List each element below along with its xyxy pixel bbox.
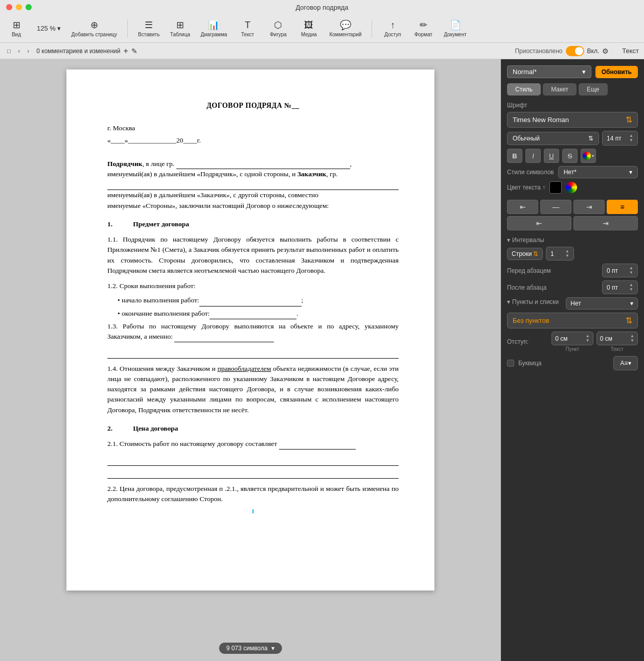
nav-back-btn[interactable]: ‹: [16, 46, 22, 56]
font-size-box[interactable]: 14 пт ▲ ▼: [602, 131, 638, 146]
comments-count-label: 0 комментариев и изменений: [36, 48, 120, 55]
doc-intro: Подрядчик, в лице гр. , именуемый(ая) в …: [107, 158, 399, 211]
before-stepper[interactable]: ▲ ▼: [629, 266, 633, 275]
toolbar-insert[interactable]: ☰ Вставить: [138, 19, 159, 37]
right-panel: Normal* ▾ Обновить Стиль Макет Еще Шрифт…: [501, 59, 644, 661]
font-size-stepper[interactable]: ▲ ▼: [629, 134, 633, 143]
toolbar-chart[interactable]: 📊 Диаграмма: [200, 19, 227, 37]
toolbar-comment[interactable]: 💬 Комментарий: [329, 19, 361, 37]
indent-text-label: Текст: [596, 346, 638, 352]
toggle-switch[interactable]: [566, 46, 584, 56]
minimize-button[interactable]: [16, 4, 22, 10]
window-title: Договор подряда: [295, 4, 348, 11]
toolbar-format[interactable]: ✏ Формат: [413, 19, 433, 37]
toolbar-zoom[interactable]: 125 % ▾ 125 %: [37, 25, 61, 32]
window-controls[interactable]: [6, 4, 32, 10]
cursor-indicator: [252, 509, 254, 513]
doc-area[interactable]: ДОГОВОР ПОДРЯДА №__ г. Москва «____»____…: [0, 59, 501, 661]
font-style-size-row: Обычный ⇅ 14 пт ▲ ▼: [507, 131, 638, 146]
intervals-section-label[interactable]: ▾ Интервалы: [507, 237, 638, 244]
format-icon: ✏: [420, 19, 427, 31]
after-para-label: После абзаца: [507, 284, 599, 291]
underline-btn[interactable]: U: [544, 149, 559, 163]
indent-punkt-stepper[interactable]: ▲ ▼: [586, 334, 590, 343]
after-stepper[interactable]: ▲ ▼: [629, 283, 633, 292]
bold-btn[interactable]: B: [507, 149, 522, 163]
align-right-btn[interactable]: ⇥: [573, 200, 605, 214]
align-center-btn[interactable]: —: [540, 200, 571, 214]
shape-icon: ⬡: [274, 19, 282, 31]
bullets-style-label: Без пунктов: [513, 317, 549, 324]
text-color-swatch[interactable]: [549, 181, 562, 194]
size-down-btn[interactable]: ▼: [629, 138, 633, 143]
before-para-value[interactable]: 0 пт ▲ ▼: [602, 264, 638, 277]
add-comment-btn[interactable]: +: [123, 46, 128, 56]
close-button[interactable]: [6, 4, 12, 10]
italic-btn[interactable]: I: [525, 149, 541, 163]
row-stepper[interactable]: ▲ ▼: [565, 249, 569, 258]
toolbar-add-page[interactable]: ⊕ Добавить страницу: [71, 19, 117, 37]
list-indent-btn[interactable]: ⇤: [507, 216, 571, 230]
indent-punkt-val[interactable]: 0 см ▲ ▼: [551, 332, 593, 345]
panel-tabs: Стиль Макет Еще: [507, 83, 638, 96]
word-count-text: 9 073 символа: [226, 645, 268, 652]
size-up-btn[interactable]: ▲: [629, 134, 633, 138]
format-buttons-row: B I U S ▾: [507, 149, 638, 163]
font-style-label: Обычный: [513, 135, 540, 142]
word-count-pill[interactable]: 9 073 символа ▾: [219, 643, 282, 654]
align-justify-btn[interactable]: ≡: [607, 200, 638, 214]
toolbar-table[interactable]: ⊞ Таблица: [170, 19, 190, 37]
bottom-status-bar[interactable]: 9 073 символа ▾: [219, 643, 282, 654]
toolbar-view[interactable]: ⊞ Вид: [6, 19, 27, 37]
text-color-circle[interactable]: [566, 182, 577, 193]
paused-label: Приостановлено: [515, 48, 562, 55]
doc-page[interactable]: ДОГОВОР ПОДРЯДА №__ г. Москва «____»____…: [66, 69, 434, 591]
maximize-button[interactable]: [26, 4, 32, 10]
tab-style[interactable]: Стиль: [507, 83, 541, 96]
nav-forward-btn[interactable]: ›: [25, 46, 31, 56]
zoom-icon: 125 % ▾: [37, 25, 61, 32]
after-para-value[interactable]: 0 пт ▲ ▼: [602, 280, 638, 294]
strikethrough-btn[interactable]: S: [562, 149, 578, 163]
indent-prefix-label: Отступ:: [507, 338, 548, 345]
style-selector-row: Normal* ▾ Обновить: [507, 65, 638, 78]
toolbar-document[interactable]: 📄 Документ: [444, 19, 466, 37]
bullets-style-dropdown[interactable]: Без пунктов ⇅: [507, 313, 638, 328]
doc-date: «____»______________20____г.: [107, 135, 399, 146]
share-icon: ↑: [390, 20, 395, 31]
more-btn[interactable]: ⚙: [602, 47, 609, 55]
style-dropdown[interactable]: Normal* ▾: [507, 65, 591, 78]
color-arrow: ▾: [592, 154, 594, 158]
edit-btn[interactable]: ✎: [131, 47, 137, 55]
dropcap-preview[interactable]: A≡ ▾: [613, 356, 638, 370]
tab-more[interactable]: Еще: [579, 83, 607, 96]
text-icon: T: [245, 20, 250, 31]
list-row: ⇤ ⇥: [507, 216, 638, 230]
list-outdent-btn[interactable]: ⇥: [573, 216, 638, 230]
indent-text-stepper[interactable]: ▲ ▼: [630, 334, 634, 343]
row-spacing-value[interactable]: 1 ▲ ▼: [546, 247, 574, 261]
bullets-none-dropdown[interactable]: Нет ▾: [566, 297, 638, 310]
indent-punkt-label: Пункт: [551, 346, 593, 352]
color-picker-btn[interactable]: ▾: [581, 149, 596, 163]
toolbar-share[interactable]: ↑ Доступ: [382, 20, 403, 37]
section-1-text: Предмет договора: [133, 219, 189, 229]
toolbar-text[interactable]: T Текст: [237, 20, 258, 37]
para-1-1: 1.1. Подрядчик по настоящему Договору об…: [107, 234, 399, 276]
font-dropdown-arrow: ⇅: [626, 115, 632, 125]
sidebar-toggle-btn[interactable]: □: [5, 46, 13, 56]
toolbar-shape[interactable]: ⬡ Фигура: [268, 19, 288, 37]
font-style-dropdown[interactable]: Обычный ⇅: [507, 132, 599, 145]
podradchik-bold: Подрядчик: [107, 160, 143, 168]
update-button[interactable]: Обновить: [595, 66, 638, 78]
toolbar-media[interactable]: 🖼 Медиа: [298, 20, 319, 37]
media-icon: 🖼: [304, 20, 313, 31]
dropcap-checkbox[interactable]: [507, 360, 514, 367]
row-spacing-dropdown[interactable]: Строки ⇅: [507, 248, 543, 260]
indent-text-val[interactable]: 0 см ▲ ▼: [596, 332, 638, 345]
align-left-btn[interactable]: ⇤: [507, 200, 538, 214]
bullets-section-toggle[interactable]: ▾ Пункты и списки: [507, 298, 559, 305]
tab-layout[interactable]: Макет: [543, 83, 577, 96]
char-styles-dropdown[interactable]: Нет* ▾: [558, 166, 638, 178]
font-name-dropdown[interactable]: Times New Roman ⇅: [507, 112, 638, 128]
